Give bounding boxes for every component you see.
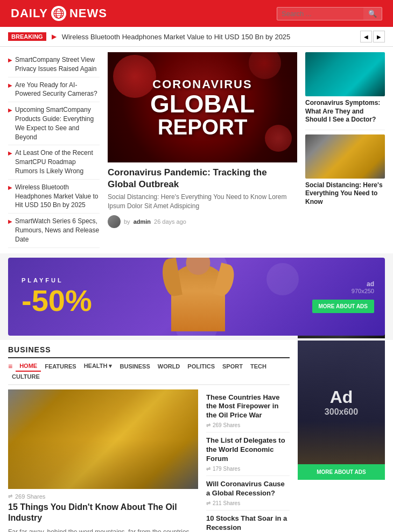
nav-item-health[interactable]: HEALTH ▾: [80, 361, 116, 371]
featured-shares-count: 269 Shares: [15, 493, 45, 500]
ad-size: 970x250: [312, 288, 374, 294]
article-title[interactable]: These Countries Have the Most Firepower …: [206, 393, 290, 421]
ad-brand: PLAYFUL: [22, 277, 92, 283]
right-column: Coronavirus Symptoms: What Are They and …: [305, 52, 385, 248]
right-article-2-title[interactable]: Social Distancing: Here's Everything You…: [305, 181, 385, 207]
sidebar-item-label: Are You Ready for AI-Powered Security Ca…: [15, 81, 100, 99]
logo-text-news: NEWS: [69, 6, 107, 20]
time-ago: 26 days ago: [154, 218, 186, 225]
nav-item-culture[interactable]: CULTURE: [8, 372, 44, 381]
featured-overlay-line3: REPORT: [158, 116, 248, 138]
sidebar-item[interactable]: ▶ SmartCompany Street View Privacy Issue…: [8, 52, 100, 77]
sidebar-item-label: SmartWatch Series 6 Specs, Rumours, News…: [15, 217, 100, 244]
featured-excerpt: Social Distancing: Here's Everything You…: [108, 193, 297, 211]
list-item: Will Coronavirus Cause a Global Recessio…: [206, 476, 290, 510]
share-icon: ⇌: [206, 422, 210, 428]
ad-label: ad: [312, 280, 374, 288]
share-count: 179 Shares: [213, 466, 240, 472]
article-title[interactable]: Will Coronavirus Cause a Global Recessio…: [206, 480, 290, 498]
breaking-prev-button[interactable]: ◀: [360, 31, 372, 42]
sidebar-item[interactable]: ▶ At Least One of the Recent SmartCPU Ro…: [8, 145, 100, 179]
side-ad-text-size: 300x600: [325, 407, 358, 417]
nav-item-politics[interactable]: POLITICS: [184, 361, 219, 371]
share-count: 211 Shares: [213, 500, 240, 506]
search-box: 🔍: [277, 7, 382, 20]
business-article-list: These Countries Have the Most Firepower …: [206, 389, 290, 532]
sidebar-arrow-icon: ▶: [8, 56, 12, 64]
sidebar-item[interactable]: ▶ Are You Ready for AI-Powered Security …: [8, 77, 100, 103]
right-article-1-title[interactable]: Coronavirus Symptoms: What Are They and …: [305, 99, 385, 124]
search-input[interactable]: [277, 8, 363, 20]
nav-item-features[interactable]: FEATURES: [41, 361, 80, 371]
logo-globe-icon: [51, 6, 66, 21]
business-section: BUSINESS ≡ HOME FEATURES HEALTH ▾ BUSINE…: [0, 340, 393, 532]
featured-overlay-line2: GLOBAL: [150, 91, 255, 116]
nav-item-business[interactable]: BUSINESS: [116, 361, 154, 371]
ad-woman-figure: [92, 261, 304, 331]
sidebar-arrow-icon: ▶: [8, 184, 12, 191]
sidebar-item-label: Upcoming SmartCompany Products Guide: Ev…: [15, 105, 100, 141]
logo[interactable]: DAILY NEWS: [11, 6, 107, 21]
ad-discount: -50%: [22, 286, 92, 316]
featured-article-title[interactable]: Coronavirus Pandemic: Tracking the Globa…: [108, 167, 297, 190]
business-featured-title[interactable]: 15 Things You Didn't Know About The Oil …: [8, 502, 198, 524]
featured-article: CORONAVIRUS GLOBAL REPORT Coronavirus Pa…: [108, 52, 297, 248]
ad-banner[interactable]: PLAYFUL -50% ad 970x250 MORE ABOUT ADS: [8, 258, 385, 336]
hamburger-icon[interactable]: ≡: [8, 362, 12, 371]
side-ad-image: Ad 300x600: [298, 341, 385, 464]
ad-more-button[interactable]: MORE ABOUT ADS: [312, 300, 374, 313]
logo-text-daily: DAILY: [11, 6, 48, 20]
shares-row: ⇌ 269 Shares: [206, 422, 290, 428]
nav-item-tech[interactable]: TECH: [247, 361, 270, 371]
featured-shares-row: ⇌ 269 Shares: [8, 493, 198, 500]
avatar: [108, 215, 121, 228]
sidebar-item[interactable]: ▶ Upcoming SmartCompany Products Guide: …: [8, 102, 100, 145]
featured-image[interactable]: CORONAVIRUS GLOBAL REPORT: [108, 52, 297, 162]
side-ad-main[interactable]: Ad 300x600 MORE ABOUT ADS: [298, 341, 385, 480]
sidebar: ▶ SmartCompany Street View Privacy Issue…: [8, 52, 100, 248]
ad-right-info: ad 970x250 MORE ABOUT ADS: [312, 280, 374, 313]
nav-bar: ≡ HOME FEATURES HEALTH ▾ BUSINESS WORLD …: [8, 358, 290, 385]
right-article-2-image[interactable]: [305, 134, 385, 179]
header: DAILY NEWS 🔍: [0, 0, 393, 27]
business-featured: ⇌ 269 Shares 15 Things You Didn't Know A…: [8, 389, 198, 532]
search-button[interactable]: 🔍: [363, 8, 382, 20]
ad-left: PLAYFUL -50%: [22, 277, 92, 316]
sidebar-arrow-icon: ▶: [8, 107, 12, 114]
share-count: 269 Shares: [213, 422, 240, 428]
breaking-next-button[interactable]: ▶: [373, 31, 385, 42]
sidebar-arrow-icon: ▶: [8, 218, 12, 225]
main-top-section: ▶ SmartCompany Street View Privacy Issue…: [0, 47, 393, 253]
right-article-2: Social Distancing: Here's Everything You…: [305, 134, 385, 207]
sidebar-item-label: At Least One of the Recent SmartCPU Road…: [15, 148, 100, 175]
right-article-1-image[interactable]: [305, 52, 385, 96]
right-article-1: Coronavirus Symptoms: What Are They and …: [305, 52, 385, 124]
article-title[interactable]: The List of Delegates to the World Econo…: [206, 436, 290, 464]
breaking-text: Wireless Bluetooth Headphones Market Val…: [62, 33, 355, 41]
section-title-business: BUSINESS: [8, 345, 290, 358]
list-item: 10 Stocks That Soar in a Recession ⇌ 295…: [206, 510, 290, 532]
breaking-arrow: ▶: [52, 33, 57, 40]
side-ad-button[interactable]: MORE ABOUT ADS: [298, 464, 385, 480]
author-by: by: [124, 218, 130, 225]
featured-overlay-line1: CORONAVIRUS: [152, 77, 252, 91]
business-featured-excerpt: Far far away, behind the word mountains,…: [8, 527, 198, 532]
business-featured-image[interactable]: [8, 389, 198, 489]
share-icon: ⇌: [206, 466, 210, 472]
share-icon: ⇌: [8, 493, 12, 499]
nav-item-world[interactable]: WORLD: [154, 361, 184, 371]
shares-row: ⇌ 211 Shares: [206, 500, 290, 506]
sidebar-item[interactable]: ▶ SmartWatch Series 6 Specs, Rumours, Ne…: [8, 214, 100, 247]
list-item: These Countries Have the Most Firepower …: [206, 389, 290, 433]
nav-item-sport[interactable]: SPORT: [219, 361, 247, 371]
author-row: by admin 26 days ago: [108, 215, 297, 228]
nav-item-home[interactable]: HOME: [16, 361, 41, 372]
breaking-badge: BREAKING: [8, 32, 46, 41]
list-item: The List of Delegates to the World Econo…: [206, 432, 290, 476]
sidebar-arrow-icon: ▶: [8, 82, 12, 89]
sidebar-item[interactable]: ▶ Wireless Bluetooth Headphones Market V…: [8, 180, 100, 214]
article-title[interactable]: 10 Stocks That Soar in a Recession: [206, 514, 290, 532]
author-name[interactable]: admin: [134, 218, 151, 225]
breaking-nav: ◀ ▶: [360, 31, 385, 42]
shares-row: ⇌ 179 Shares: [206, 466, 290, 472]
